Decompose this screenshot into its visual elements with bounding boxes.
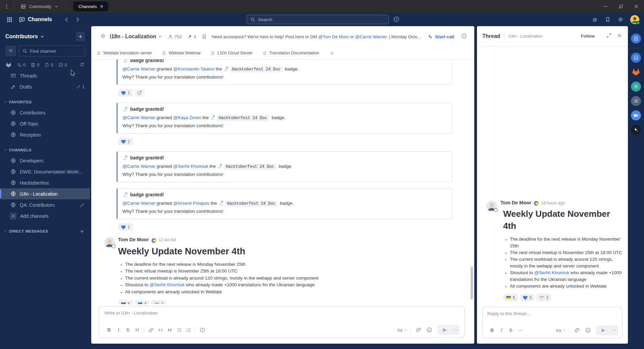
team-menu[interactable]: Contributors [5, 34, 76, 40]
sidebar-item-hacktoberfest[interactable]: Hacktoberfest [0, 177, 90, 188]
find-channel-input[interactable]: Find channel [19, 46, 85, 56]
mention-link[interactable]: @Carrie Warner [122, 164, 155, 169]
appbar-todo-list-button[interactable] [631, 96, 641, 106]
channel-bookmark[interactable]: Weblate Webinar [162, 51, 201, 55]
expand-panel-button[interactable] [606, 33, 612, 40]
badge-granted-post[interactable]: badge granted!@Carrie Warner granted @Ar… [104, 188, 465, 231]
attach-file-button[interactable] [573, 326, 582, 335]
close-button[interactable] [629, 0, 644, 13]
appbar-gitlab-button[interactable] [631, 67, 641, 77]
badge-granted-post[interactable]: badge granted!@Carrie Warner granted @Se… [104, 151, 465, 182]
sidebar-item-threads[interactable]: Threads [0, 70, 90, 81]
heading-button[interactable]: H [132, 325, 142, 335]
add-dm-button[interactable] [79, 229, 85, 234]
send-button[interactable] [596, 328, 610, 333]
post-timestamp[interactable]: 18 hours ago [541, 201, 565, 205]
section-favorites[interactable]: FAVORITES [0, 97, 90, 107]
app-menu-button[interactable] [0, 3, 13, 9]
strikethrough-button[interactable]: S [506, 326, 516, 335]
reaction-blue-heart[interactable]: 5 [135, 300, 150, 304]
strikethrough-button[interactable]: S [123, 325, 132, 335]
mention-link[interactable]: @Serhii Khomiuk [534, 270, 570, 275]
message-list[interactable]: badge granted!@Carrie Warner granted @Ko… [91, 59, 474, 304]
channel-bookmark[interactable]: Weblate translation server [97, 51, 152, 55]
gitlab-refresh-button[interactable] [79, 62, 85, 68]
reaction-flag-ua[interactable]: 5 [503, 294, 518, 301]
link-button[interactable] [146, 325, 156, 335]
badge-granted-post[interactable]: badge granted!@Carrie Warner granted @Ko… [104, 59, 465, 97]
sidebar-item-drafts[interactable]: Drafts 1 [0, 81, 90, 92]
appbar-system-badges-button[interactable] [631, 82, 641, 92]
post-timestamp[interactable]: 12:44 AM [159, 238, 176, 242]
channel-filter-button[interactable] [5, 46, 16, 56]
post-author[interactable]: Tom De Moor [118, 237, 149, 242]
channel-info-button[interactable] [461, 33, 467, 40]
channel-bookmark[interactable]: L10n Cloud Server [211, 51, 252, 55]
reaction-thank-you[interactable]: THANKYOU2 [151, 300, 166, 304]
more-formatting-button[interactable] [516, 326, 525, 335]
gitlab-issues[interactable]: 0 [31, 62, 39, 67]
sidebar-item-add-channels[interactable]: Add channels [0, 210, 90, 221]
mention-link[interactable]: @Tom De Moor [318, 34, 349, 39]
formatting-toggle-button[interactable]: Aa [556, 326, 566, 335]
gitlab-todos[interactable]: 0 [58, 62, 67, 67]
add-reaction-button[interactable] [135, 89, 145, 97]
channel-name-menu[interactable]: i18n - Localization [110, 34, 162, 40]
section-channels[interactable]: CHANNELS [0, 145, 90, 155]
sidebar-item-off-topic[interactable]: Off-Topic [0, 118, 90, 129]
at-mentions-button[interactable]: @ [592, 16, 598, 23]
settings-gear-button[interactable] [618, 16, 624, 22]
reply-composer[interactable]: Reply to this thread... B I S Aa [482, 307, 623, 338]
sidebar-item-dwg-documentation-worki[interactable]: DWG: Documentation Worki... [0, 166, 90, 177]
product-switcher-button[interactable] [5, 15, 14, 24]
scrollbar-thumb[interactable] [471, 266, 473, 299]
send-options-button[interactable] [611, 328, 618, 332]
history-forward-button[interactable] [74, 16, 81, 23]
code-button[interactable] [156, 325, 165, 335]
follow-button[interactable]: Follow [581, 34, 595, 39]
start-call-button[interactable]: Start call [428, 34, 454, 39]
italic-button[interactable]: I [114, 325, 123, 335]
send-options-button[interactable] [452, 328, 460, 332]
add-bookmark-button[interactable] [329, 51, 334, 56]
gitlab-reviews[interactable]: 0 [44, 62, 53, 67]
user-avatar[interactable] [630, 15, 639, 24]
reaction-blue-heart[interactable]: 1 [118, 89, 133, 97]
quote-button[interactable] [165, 325, 174, 335]
attach-file-button[interactable] [414, 325, 423, 335]
bold-button[interactable]: B [104, 325, 114, 335]
appbar-zoom-calls-button[interactable] [631, 110, 641, 120]
gitlab-merge-requests[interactable]: 0 [17, 62, 25, 67]
restore-button[interactable] [613, 0, 629, 13]
sidebar-item-qa-contributors[interactable]: QA: Contributors [0, 199, 90, 210]
reaction-flag-ua[interactable]: 5 [118, 300, 133, 304]
appbar-ai-agents-button[interactable] [631, 125, 641, 135]
post-author[interactable]: Tom De Moor [500, 200, 531, 205]
message-priority-button[interactable] [198, 325, 207, 335]
history-back-button[interactable] [63, 16, 70, 23]
mention-link[interactable]: @Serhii Khomiuk [173, 164, 208, 169]
server-switcher[interactable]: Community [14, 0, 65, 13]
emoji-picker-button[interactable] [425, 325, 434, 335]
bullet-list-button[interactable] [174, 325, 184, 335]
search-input[interactable]: Search [247, 15, 389, 24]
appbar-notes-button[interactable] [631, 53, 641, 63]
mention-link[interactable]: @Carrie Warner [355, 34, 387, 39]
emoji-picker-button[interactable] [583, 326, 593, 335]
bold-button[interactable]: B [487, 326, 497, 335]
gitlab-icon[interactable] [5, 62, 12, 68]
mention-link[interactable]: @Arsenii Potapov [173, 201, 209, 206]
mention-link[interactable]: @Carrie Warner [122, 115, 155, 120]
minimize-button[interactable] [598, 0, 613, 13]
mention-link[interactable]: @Kaya Zeren [173, 115, 201, 120]
saved-posts-button[interactable] [605, 16, 611, 22]
ordered-list-button[interactable]: 123 [184, 325, 193, 335]
favorite-star-button[interactable] [100, 33, 106, 40]
thread-body[interactable]: Tom De Moor 18 hours ago Weekly Update N… [477, 46, 628, 344]
sidebar-item-developers[interactable]: Developers [0, 155, 90, 166]
channel-bookmark[interactable]: Translation Documentation [263, 51, 319, 55]
thread-root-post[interactable]: Tom De Moor 18 hours ago [482, 200, 623, 206]
tab-channels[interactable]: Channels [73, 1, 108, 11]
reaction-blue-heart[interactable]: 1 [118, 223, 133, 231]
avatar[interactable] [104, 237, 115, 248]
